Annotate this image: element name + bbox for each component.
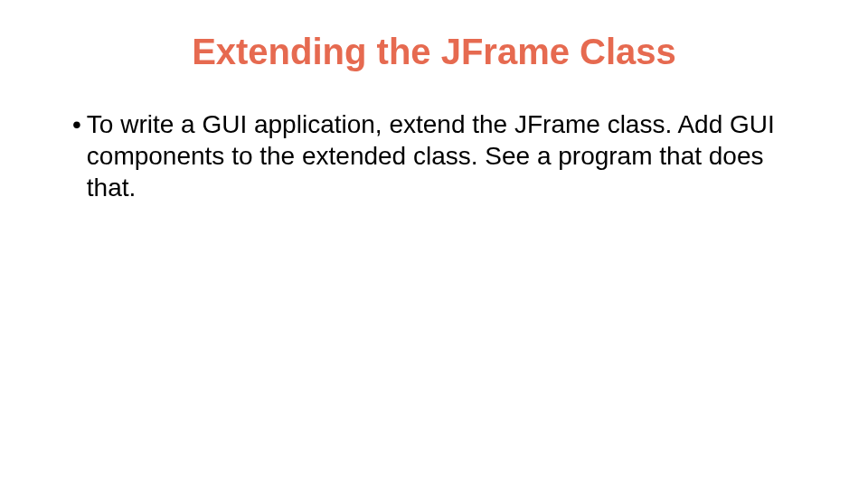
bullet-text: To write a GUI application, extend the J… bbox=[87, 108, 805, 203]
slide-container: Extending the JFrame Class • To write a … bbox=[0, 0, 868, 488]
slide-title: Extending the JFrame Class bbox=[63, 32, 805, 72]
slide-content: • To write a GUI application, extend the… bbox=[63, 108, 805, 203]
bullet-item: • To write a GUI application, extend the… bbox=[72, 108, 805, 203]
bullet-marker: • bbox=[72, 108, 81, 140]
